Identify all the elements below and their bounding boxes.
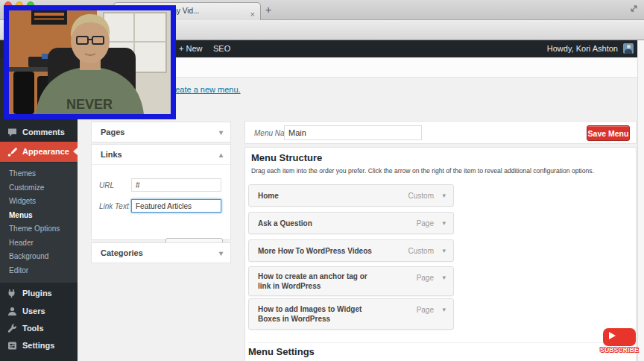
new-tab-button[interactable]: + — [265, 4, 271, 16]
menu-item-anchor-tag[interactable]: How to create an anchor tag or link in W… — [248, 266, 454, 296]
submenu-menus[interactable]: Menus — [0, 209, 78, 223]
wrench-icon — [7, 324, 17, 333]
links-panel-header[interactable]: Links ▴ — [92, 145, 230, 165]
create-new-menu-link[interactable]: create a new menu. — [168, 85, 241, 94]
menu-item-label: How to create an anchor tag or link in W… — [258, 271, 381, 291]
users-label: Users — [22, 303, 45, 320]
submenu-header[interactable]: Header — [0, 236, 78, 251]
admin-bar-seo-button[interactable]: SEO — [213, 40, 230, 57]
pages-label: Pages — [101, 128, 124, 136]
menu-item-ask-a-question[interactable]: Ask a Question Page ▾ — [248, 212, 454, 234]
sidebar-item-tools[interactable]: Tools — [0, 320, 78, 337]
avatar-head — [627, 45, 631, 48]
chevron-down-icon[interactable]: ▾ — [442, 274, 446, 281]
shirt-text: NEVER — [66, 97, 113, 112]
sidebar-item-users[interactable]: Users — [0, 303, 78, 320]
menu-item-label: Home — [258, 191, 381, 201]
submenu-customize[interactable]: Customize — [0, 181, 78, 195]
pages-panel-header[interactable]: Pages ▾ — [92, 122, 230, 142]
sidebar-item-settings[interactable]: Settings — [0, 337, 78, 354]
menu-item-type: Page — [417, 219, 434, 227]
appearance-submenu: Themes Customize Widgets Menus Theme Opt… — [0, 163, 78, 283]
links-label: Links — [101, 150, 122, 159]
play-icon — [609, 332, 616, 339]
menu-item-label: More How To WordPress Videos — [258, 246, 381, 256]
webcam-overlay: NEVER — [4, 5, 176, 119]
menu-item-type: Custom — [408, 192, 434, 200]
menu-item-label: Ask a Question — [258, 219, 381, 228]
menu-item-type: Page — [417, 274, 434, 282]
categories-panel[interactable]: Categories ▾ — [91, 242, 231, 263]
menu-item-widget-images[interactable]: How to add Images to Widget Boxes in Wor… — [248, 298, 454, 330]
menu-settings-title: Menu Settings — [248, 346, 315, 357]
links-panel: Links ▴ URL Link Text Add to Menu — [91, 144, 231, 240]
admin-bar-howdy[interactable]: Howdy, Kori Ashton — [547, 40, 618, 57]
avatar[interactable] — [623, 43, 634, 54]
new-label: New — [186, 44, 203, 53]
user-icon — [7, 307, 17, 316]
link-text-label: Link Text — [99, 202, 129, 210]
chevron-down-icon[interactable]: ▾ — [442, 219, 446, 227]
scrollbar[interactable] — [637, 40, 644, 361]
webcam-video: NEVER — [9, 10, 171, 114]
youtube-icon[interactable] — [603, 328, 636, 346]
submenu-theme-options[interactable]: Theme Options — [0, 222, 78, 236]
url-input[interactable] — [131, 178, 221, 192]
link-text-input[interactable] — [131, 199, 221, 213]
divider — [248, 342, 631, 343]
fullscreen-icon[interactable] — [630, 4, 638, 13]
menu-item-type: Custom — [408, 247, 434, 255]
chevron-down-icon[interactable]: ▾ — [219, 243, 223, 263]
menu-name-bar: Menu Name Save Menu — [244, 121, 637, 144]
appearance-label: Appearance — [22, 142, 69, 162]
subscribe-label: SUBSCRIBE — [596, 346, 643, 354]
menu-structure-box: Menu Structure Drag each item into the o… — [244, 147, 637, 361]
comment-icon — [7, 128, 17, 137]
subscribe-badge[interactable]: SUBSCRIBE — [596, 327, 643, 360]
admin-bar-new-button[interactable]: + New — [179, 40, 203, 57]
chevron-down-icon[interactable]: ▾ — [219, 122, 223, 142]
menu-name-input[interactable] — [284, 125, 422, 140]
url-label: URL — [99, 181, 114, 189]
categories-label: Categories — [101, 248, 143, 257]
menu-structure-title: Menu Structure — [251, 152, 322, 163]
plugin-icon — [7, 289, 17, 298]
menu-item-label: How to add Images to Widget Boxes in Wor… — [258, 304, 381, 324]
chevron-up-icon[interactable]: ▴ — [219, 145, 223, 165]
sidebar-item-plugins[interactable]: Plugins — [0, 285, 78, 302]
chevron-down-icon[interactable]: ▾ — [442, 192, 446, 199]
links-panel-body: URL Link Text Add to Menu — [92, 165, 230, 240]
menu-item-type: Page — [417, 306, 434, 314]
settings-icon — [7, 341, 17, 351]
plus-icon: + — [179, 44, 183, 53]
menu-item-more-videos[interactable]: More How To WordPress Videos Custom ▾ — [248, 239, 454, 262]
menu-structure-description: Drag each item into the order you prefer… — [251, 167, 594, 175]
settings-label: Settings — [22, 337, 54, 354]
chevron-down-icon[interactable]: ▾ — [442, 306, 446, 313]
categories-panel-header[interactable]: Categories ▾ — [92, 243, 230, 263]
menu-item-home[interactable]: Home Custom ▾ — [248, 184, 454, 207]
submenu-widgets[interactable]: Widgets — [0, 195, 78, 209]
submenu-background[interactable]: Background — [0, 250, 78, 264]
avatar-body — [625, 49, 632, 54]
tools-label: Tools — [22, 320, 44, 337]
save-menu-button[interactable]: Save Menu — [587, 125, 630, 141]
chevron-down-icon[interactable]: ▾ — [442, 247, 446, 254]
plugins-label: Plugins — [22, 285, 52, 302]
comments-label: Comments — [22, 124, 65, 141]
paintbrush-icon — [7, 147, 17, 157]
submenu-themes[interactable]: Themes — [0, 167, 78, 181]
submenu-editor[interactable]: Editor — [0, 264, 78, 278]
pages-panel[interactable]: Pages ▾ — [91, 122, 231, 142]
sidebar-item-appearance[interactable]: Appearance — [0, 142, 78, 162]
sidebar-item-comments[interactable]: Comments — [0, 124, 78, 141]
